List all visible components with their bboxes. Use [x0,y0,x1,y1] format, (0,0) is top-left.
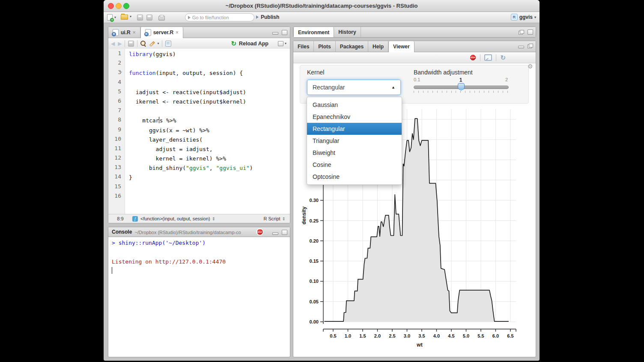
x-tick-label: 2.0 [374,333,381,338]
x-axis-title: wt [416,342,422,348]
kernel-label: Kernel [307,69,324,76]
line-number: 10 [108,134,125,144]
tab-help[interactable]: Help [368,41,388,52]
code-line [129,183,290,192]
compile-notebook-icon[interactable] [165,41,171,47]
kernel-option-cosine[interactable]: Cosine [307,159,402,171]
console-line: Listening on http://127.0.0.1:4470 [112,257,290,267]
screen: ~/Dropbox (RStudio)/RStudio/training/dat… [0,0,644,362]
r-file-icon [145,29,151,36]
tab-viewer[interactable]: Viewer [388,41,414,52]
line-number: 13 [108,163,125,172]
project-menu-button[interactable]: R ggvis ▾ [511,13,536,21]
tab-plots[interactable]: Plots [314,41,335,52]
console-line: > shiny::runApp('~/Desktop') [112,238,290,248]
chevron-up-icon: ▲ [391,85,395,89]
refresh-icon[interactable]: ↻ [500,54,506,62]
x-tick-label: 4.0 [433,333,440,338]
code-line: ikernel <- reactive(input$kernel) [129,97,290,107]
tab-server-r[interactable]: server.R × [140,27,183,38]
forward-icon[interactable]: ▶ [118,41,122,47]
open-in-new-window-icon[interactable] [484,54,492,61]
scope-selector[interactable]: <function>(input, output, session) [140,216,215,221]
line-number: 15 [108,182,125,191]
file-type-selector[interactable]: R Script [263,216,286,221]
x-tick-label: 0.5 [330,333,336,338]
chevron-down-icon[interactable]: ▾ [157,42,159,45]
back-icon[interactable]: ◀ [111,41,115,47]
goto-placeholder: Go to file/function [192,15,229,20]
kernel-option-gaussian[interactable]: Gaussian [307,99,402,111]
maximize-pane-icon[interactable] [282,230,287,235]
kernel-option-optcosine[interactable]: Optcosine [307,171,402,183]
line-number: 4 [108,77,125,87]
tab-packages[interactable]: Packages [336,41,368,52]
kernel-option-triangular[interactable]: Triangular [307,135,402,147]
environment-tab-bar: Environment History [293,27,536,37]
source-toolbar: ◀ ▶ ▾ ↻ Reload App ▾ [108,38,290,49]
console-output[interactable]: > shiny::runApp('~/Desktop') Listening o… [112,238,290,357]
restore-pane-icon[interactable] [528,44,533,48]
kernel-select[interactable]: Rectangular ▲ [307,80,401,95]
x-tick-label: 1.5 [359,333,366,338]
bandwidth-slider[interactable]: 0.1 1 2 [414,77,508,94]
code-tools-wand-icon[interactable] [149,41,154,46]
line-number: 8 [108,115,125,125]
minimize-pane-icon[interactable] [272,232,278,235]
minimize-pane-icon[interactable] [518,46,524,48]
code-line: bind_shiny("ggvis", "ggvis_ui") [129,163,290,173]
main-toolbar: ▾ ▾ Go to file/function Publish R ggvis … [104,12,540,23]
x-tick-label: 5.5 [477,333,484,338]
y-tick-label: 0.05 [310,299,319,304]
search-icon[interactable] [140,41,146,46]
environment-pane: Environment History [293,27,536,38]
print-icon[interactable] [158,16,165,21]
save-file-icon[interactable] [128,41,134,47]
kernel-option-biweight[interactable]: Biweight [307,147,402,159]
slider-handle[interactable] [458,83,465,90]
tab-environment[interactable]: Environment [293,27,334,38]
code-line [129,107,290,116]
maximize-pane-icon[interactable] [528,30,533,35]
code-line: ggvis(x = ~wt) %>% [129,126,290,135]
gear-icon[interactable]: ⚙ [528,63,533,70]
save-icon[interactable] [137,15,143,21]
publish-button[interactable]: Publish [256,13,279,21]
function-icon: f [132,216,138,222]
line-number: 7 [108,106,125,115]
tab-files[interactable]: Files [293,41,314,52]
reload-app-button[interactable]: ↻ Reload App [231,40,268,47]
line-number: 14 [108,172,125,181]
new-file-button[interactable]: ▾ [107,14,116,21]
close-icon[interactable]: × [133,30,136,36]
open-file-button[interactable]: ▾ [121,13,131,20]
code-line: layer_densities( [129,135,290,145]
code-line [129,59,290,68]
chevron-down-icon: ▾ [130,15,131,18]
close-icon[interactable]: × [176,30,179,36]
maximize-pane-icon[interactable] [282,30,287,35]
stop-icon[interactable]: STOP [256,228,263,235]
editor-gutter: 123▾45678910111213141516 [108,49,125,214]
code-editor[interactable]: 123▾45678910111213141516 library(ggvis)f… [108,49,290,214]
line-number: 16 [108,191,125,201]
code-line: mtcars %>% [129,116,290,125]
x-tick-label: 6.5 [507,333,513,338]
restore-pane-icon[interactable] [519,30,524,35]
goto-file-input[interactable]: Go to file/function [185,13,254,21]
viewer-tab-bar: Files Plots Packages Help Viewer [293,41,536,52]
save-all-icon[interactable] [146,15,152,21]
source-panel-menu[interactable]: ▾ [278,41,286,46]
window-title: ~/Dropbox (RStudio)/RStudio/training/dat… [104,3,540,9]
code-line [129,192,290,202]
y-axis-title: density [301,206,307,224]
tab-history[interactable]: History [334,27,361,37]
stop-app-icon[interactable]: STOP [469,54,476,61]
text-cursor [159,117,159,123]
fold-icon[interactable]: ▾ [120,68,122,77]
code-line: library(ggvis) [129,50,290,59]
tab-ui-r[interactable]: ui.R × [108,27,140,38]
kernel-option-epanechnikov[interactable]: Epanechnikov [307,111,402,123]
kernel-option-rectangular[interactable]: Rectangular [307,123,402,135]
minimize-pane-icon[interactable] [272,32,278,35]
